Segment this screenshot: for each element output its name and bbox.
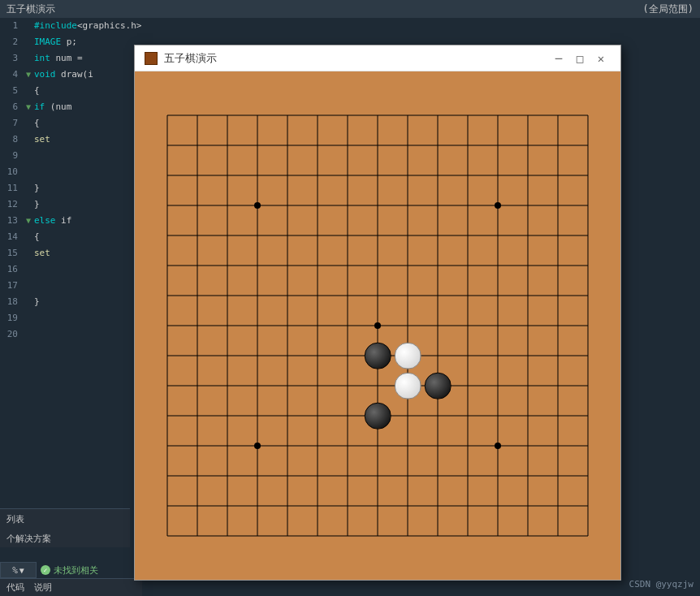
code-line: 9 — [0, 148, 142, 164]
line-number: 3 — [0, 50, 23, 67]
code-editor[interactable]: 1#include<graphics.h>//包含图形库头文件2IMAGE p;… — [0, 18, 142, 547]
line-number: 8 — [0, 132, 23, 148]
zoom-control[interactable]: % ▼ — [0, 562, 37, 578]
line-number: 2 — [0, 34, 23, 50]
status-message: ✓ 未找到相关 — [37, 562, 143, 578]
svg-point-31 — [495, 202, 501, 209]
line-number: 13 — [0, 213, 23, 229]
code-line: 14 { — [0, 229, 142, 245]
code-text: set — [34, 245, 50, 261]
ide-title: 五子棋演示 — [6, 2, 55, 16]
code-text: } — [34, 180, 40, 197]
code-text: { — [34, 229, 40, 245]
code-line: 15 set — [0, 245, 142, 261]
line-number: 19 — [0, 310, 23, 326]
code-line: 13▼ else if — [0, 213, 142, 229]
line-number: 18 — [0, 294, 23, 310]
code-text: void draw(i — [34, 67, 93, 83]
line-number: 17 — [0, 278, 23, 294]
tab-desc[interactable]: 说明 — [34, 581, 52, 594]
code-line: 17 — [0, 278, 142, 294]
csdn-watermark: CSDN @yyqzjw — [629, 579, 694, 590]
piece-white-2[interactable] — [395, 373, 421, 399]
code-line: 12 } — [0, 197, 142, 213]
code-line: 10 — [0, 164, 142, 180]
code-line: 6▼ if (num — [0, 99, 142, 115]
code-text: int num = — [34, 50, 83, 67]
line-number: 15 — [0, 245, 23, 261]
game-title: 五子棋演示 — [164, 51, 547, 66]
svg-point-34 — [374, 322, 381, 329]
bottom-tabs: 代码 说明 — [0, 578, 142, 596]
line-number: 4 — [0, 67, 23, 83]
ide-topbar: 五子棋演示 (全局范围) — [0, 0, 700, 18]
ide-scope: (全局范围) — [643, 2, 694, 16]
code-text: { — [34, 83, 40, 99]
game-window: 五子棋演示 ─ □ ✕ — [134, 45, 621, 581]
line-number: 1 — [0, 18, 23, 34]
code-text: } — [34, 294, 40, 310]
line-number: 7 — [0, 115, 23, 132]
zoom-dropdown-icon[interactable]: ▼ — [19, 566, 24, 575]
code-line: 4▼void draw(i — [0, 67, 142, 83]
line-number: 11 — [0, 180, 23, 197]
line-number: 16 — [0, 261, 23, 278]
code-text: set — [34, 132, 50, 148]
solution-label: 个解决方案 — [6, 533, 51, 545]
code-text: #include<graphics.h>//包含图形库头文件 — [34, 18, 142, 34]
code-line: 18 } — [0, 294, 142, 310]
status-icon: ✓ — [41, 565, 50, 575]
list-panel-header: 列表 — [0, 508, 130, 529]
minimize-button[interactable]: ─ — [549, 50, 568, 67]
list-label: 列表 — [6, 513, 24, 525]
line-number: 10 — [0, 164, 23, 180]
code-line: 8 set — [0, 132, 142, 148]
line-marker: ▼ — [23, 99, 34, 115]
go-board[interactable] — [153, 101, 603, 551]
line-number: 5 — [0, 83, 23, 99]
svg-point-32 — [254, 443, 261, 449]
line-number: 12 — [0, 197, 23, 213]
code-text: } — [34, 197, 40, 213]
line-number: 14 — [0, 229, 23, 245]
board-container[interactable] — [135, 71, 620, 580]
piece-white-1[interactable] — [395, 343, 421, 369]
code-text: if (num — [34, 99, 71, 115]
svg-point-30 — [254, 202, 261, 209]
code-line: 19 — [0, 310, 142, 326]
game-icon — [145, 52, 158, 65]
code-line: 1#include<graphics.h>//包含图形库头文件 — [0, 18, 142, 34]
line-marker: ▼ — [23, 67, 34, 83]
line-number: 6 — [0, 99, 23, 115]
zoom-value: % — [12, 565, 18, 576]
line-number: 20 — [0, 326, 23, 343]
code-line: 20 — [0, 326, 142, 343]
code-text: else if — [34, 213, 71, 229]
code-line: 5{ — [0, 83, 142, 99]
code-line: 2IMAGE p; — [0, 34, 142, 50]
board-grid-svg — [153, 101, 603, 551]
maximize-button[interactable]: □ — [570, 50, 590, 67]
code-text: IMAGE p; — [34, 34, 77, 50]
game-titlebar: 五子棋演示 ─ □ ✕ — [135, 45, 620, 71]
svg-point-33 — [495, 443, 501, 449]
solution-panel: 个解决方案 — [0, 529, 130, 547]
piece-black-4[interactable] — [365, 403, 391, 430]
code-line: 7 { — [0, 115, 142, 132]
close-button[interactable]: ✕ — [591, 50, 611, 67]
status-text: 未找到相关 — [54, 564, 98, 577]
line-marker: ▼ — [23, 213, 34, 229]
line-number: 9 — [0, 148, 23, 164]
code-line: 3int num = — [0, 50, 142, 67]
code-line: 11 } — [0, 180, 142, 197]
code-text: { — [34, 115, 40, 132]
tab-code[interactable]: 代码 — [6, 581, 24, 594]
code-line: 16 — [0, 261, 142, 278]
piece-black-0[interactable] — [365, 343, 391, 369]
piece-black-3[interactable] — [425, 373, 452, 399]
